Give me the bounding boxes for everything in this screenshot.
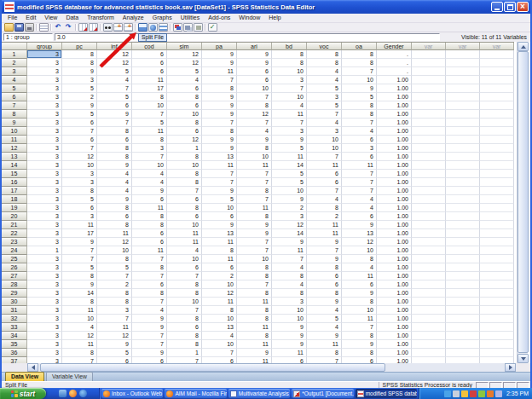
row-number[interactable]: 28 [2,280,27,289]
row-number[interactable]: 32 [2,315,27,323]
cell[interactable]: . [377,59,412,67]
cell[interactable]: 11 [237,340,272,349]
cell[interactable]: 7 [342,187,377,195]
cell[interactable]: 1.00 [377,136,412,144]
cell[interactable]: 3 [27,136,62,144]
insert-variable-icon[interactable] [124,23,133,32]
cell[interactable]: 5 [62,84,97,93]
cell[interactable] [480,315,514,323]
column-header-var[interactable]: var [412,43,446,50]
cell[interactable]: 3 [27,229,62,238]
row-number[interactable]: 4 [2,76,27,84]
cell[interactable] [480,212,514,221]
cell[interactable]: 5 [132,119,167,127]
cell[interactable]: 5 [272,144,307,153]
cell[interactable]: 2 [97,280,132,289]
cell[interactable]: 10 [97,246,132,255]
cell[interactable]: 9 [237,50,272,59]
cell[interactable]: 1.00 [377,246,412,255]
cell[interactable] [480,170,514,178]
cell[interactable]: 11 [342,315,377,323]
row-number[interactable]: 9 [2,119,27,127]
cell[interactable]: 7 [307,246,342,255]
cell[interactable]: 7 [62,255,97,263]
cell[interactable] [412,153,446,161]
cell[interactable]: 9 [272,340,307,349]
cell[interactable]: 1.00 [377,238,412,246]
cell[interactable]: 9 [202,221,237,229]
cell[interactable]: 4 [307,119,342,127]
cell[interactable]: 7 [132,340,167,349]
cell[interactable]: 9 [97,195,132,204]
cell[interactable] [446,67,480,76]
cell[interactable]: 6 [97,357,132,363]
cell[interactable] [446,136,480,144]
cell[interactable] [446,144,480,153]
cell[interactable]: 6 [132,195,167,204]
row-number[interactable]: 19 [2,204,27,212]
cell[interactable]: 4 [62,323,97,332]
cell[interactable]: 11 [202,161,237,170]
cell[interactable]: 11 [132,76,167,84]
cell[interactable] [480,349,514,357]
cell[interactable] [446,110,480,119]
cell[interactable]: . [377,67,412,76]
cell[interactable] [480,127,514,136]
scroll-left-button[interactable] [27,363,38,372]
taskbar-task[interactable]: Inbox - Outlook Web ... [101,389,163,398]
cell[interactable]: 11 [202,255,237,263]
cell[interactable]: 9 [97,340,132,349]
cell[interactable]: 5 [272,170,307,178]
cell[interactable]: 9 [272,332,307,340]
cell[interactable]: 4 [307,323,342,332]
row-number[interactable]: 2 [2,59,27,67]
row-number[interactable]: 27 [2,272,27,280]
cell[interactable]: 1.00 [377,323,412,332]
cell[interactable]: 11 [272,153,307,161]
cell[interactable] [480,195,514,204]
cell[interactable]: 6 [202,212,237,221]
cell[interactable]: 3 [132,144,167,153]
cell[interactable] [412,136,446,144]
cell[interactable] [446,101,480,110]
cell[interactable] [446,178,480,187]
cell[interactable]: 1.00 [377,101,412,110]
cell[interactable]: 6 [132,280,167,289]
cell[interactable]: 1.00 [377,93,412,101]
cell[interactable] [446,212,480,221]
cell[interactable] [412,76,446,84]
cell[interactable]: 7 [62,144,97,153]
cell[interactable]: 4 [167,76,202,84]
cell[interactable]: 1 [167,349,202,357]
cell[interactable]: 7 [167,306,202,315]
cell[interactable]: 3 [342,144,377,153]
cell[interactable]: 1.00 [377,332,412,340]
minimize-button[interactable] [491,2,503,12]
cell[interactable] [412,67,446,76]
cell[interactable]: 7 [167,357,202,363]
cell[interactable]: 8 [132,136,167,144]
cell[interactable]: 10 [272,315,307,323]
cell[interactable]: 8 [97,204,132,212]
cell[interactable]: 3 [27,144,62,153]
cell[interactable]: 5 [202,195,237,204]
cell[interactable]: 3 [27,306,62,315]
cell[interactable]: 4 [132,306,167,315]
cell[interactable] [412,298,446,306]
cell[interactable]: 1.00 [377,229,412,238]
cell[interactable] [446,170,480,178]
menu-add-ons[interactable]: Add-ons [204,14,234,22]
cell[interactable]: 3 [27,101,62,110]
cell[interactable]: 7 [307,187,342,195]
cell[interactable]: 11 [307,221,342,229]
row-number[interactable]: 36 [2,349,27,357]
cell[interactable]: 3 [27,349,62,357]
cell[interactable]: 6 [167,212,202,221]
row-number[interactable]: 20 [2,212,27,221]
cell[interactable]: 9 [272,136,307,144]
cell[interactable]: 11 [62,221,97,229]
cell[interactable] [412,110,446,119]
cell[interactable]: 3 [27,93,62,101]
cell[interactable]: 3 [27,153,62,161]
cell[interactable]: 6 [167,195,202,204]
